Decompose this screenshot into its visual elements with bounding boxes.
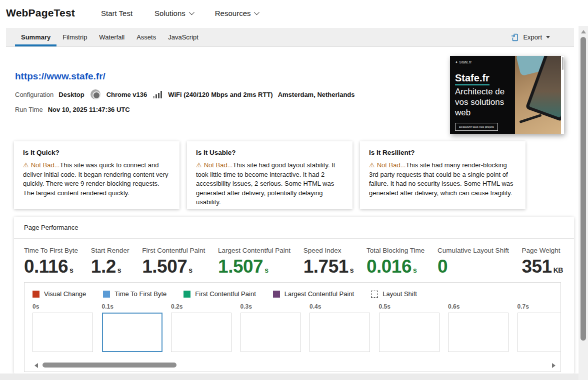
frame-0.2s[interactable]: 0.2s — [171, 303, 240, 352]
page-performance-panel: Page Performance Time To First Byte 0.11… — [14, 217, 574, 374]
legend-layout-shift: Layout Shift — [371, 290, 417, 298]
thumbnail-photo — [515, 56, 561, 134]
metric-value: 1.507s — [142, 257, 205, 276]
tab-summary[interactable]: Summary — [15, 28, 56, 46]
signal-bars-icon — [153, 91, 162, 98]
warning-icon: ⚠ — [196, 161, 202, 169]
scroll-left-arrow-icon[interactable] — [34, 363, 38, 368]
nav-solutions[interactable]: Solutions — [154, 9, 193, 17]
frame-thumbnail[interactable] — [310, 313, 370, 352]
filmstrip-horizontal-scrollbar[interactable] — [30, 362, 556, 369]
tab-javascript[interactable]: JavaScript — [162, 28, 204, 46]
thumbnail-subtitle: Architecte de vos solutions web — [455, 86, 510, 118]
frame-thumbnail[interactable] — [448, 313, 508, 352]
warning-icon: ⚠ — [369, 161, 375, 169]
metric-label: Cumulative Layout Shift — [438, 247, 509, 254]
frame-0.6s[interactable]: 0.6s — [448, 303, 518, 352]
thumbnail-hero: ✦ Stafe.fr Stafe.fr Architecte de vos so… — [450, 56, 515, 134]
page-bottom-background — [0, 374, 578, 380]
metric-value: 0 — [438, 257, 509, 276]
page-vertical-scrollbar[interactable] — [578, 26, 588, 380]
frame-0s[interactable]: 0s — [32, 303, 102, 352]
filmstrip-frames: 0s 0.1s 0.2s 0.3s 0.4s — [24, 303, 560, 352]
metric-largest-contentful-paint: Largest Contentful Paint 1.507s — [218, 247, 290, 276]
metric-value: 1.2s — [91, 257, 130, 276]
thumbnail-scrollbar — [561, 56, 564, 134]
metric-label: Page Weight — [522, 247, 562, 254]
frame-thumbnail[interactable] — [171, 313, 232, 352]
visual-change-swatch-icon — [32, 291, 40, 298]
scroll-up-arrow-icon[interactable] — [581, 30, 586, 33]
frame-0.7s[interactable]: 0.7s — [518, 303, 561, 352]
nav-label: Solutions — [154, 9, 186, 17]
metric-value: 1.751s — [304, 257, 354, 276]
metrics-row: Time To First Byte 0.116s Start Render 1… — [14, 239, 574, 276]
nav-start-test[interactable]: Start Test — [101, 9, 132, 17]
metric-total-blocking-time: Total Blocking Time 0.016s — [366, 247, 424, 276]
metric-label: Time To First Byte — [24, 247, 78, 254]
frame-0.5s[interactable]: 0.5s — [379, 303, 448, 352]
chevron-down-icon — [189, 9, 194, 15]
vertical-scrollbar-thumb[interactable] — [580, 37, 586, 341]
scroll-right-arrow-icon[interactable] — [552, 363, 556, 368]
metric-unit: s — [264, 267, 268, 274]
tab-assets[interactable]: Assets — [130, 28, 162, 46]
stafe-logo: ✦ Stafe.fr — [455, 60, 510, 64]
run-time-label: Run Time — [15, 106, 43, 113]
frame-0.1s[interactable]: 0.1s — [102, 303, 172, 352]
metric-unit: KB — [554, 267, 563, 274]
run-time-row: Run Time Nov 10, 2025 11:47:36 UTC — [15, 106, 130, 113]
metric-number: 1.2 — [91, 257, 116, 276]
frame-thumbnail[interactable] — [518, 313, 561, 352]
nav-resources[interactable]: Resources — [215, 9, 258, 17]
location-value: Amsterdam, Netherlands — [278, 91, 355, 98]
scrollbar-thumb[interactable] — [42, 363, 176, 368]
metric-number: 1.751 — [304, 257, 348, 276]
metric-unit: s — [188, 267, 192, 274]
metric-first-contentful-paint: First Contentful Paint 1.507s — [142, 247, 205, 276]
tab-filmstrip[interactable]: Filmstrip — [56, 28, 93, 46]
export-button[interactable]: Export — [511, 28, 550, 46]
page: WebPageTest Start Test Solutions Resourc… — [0, 0, 588, 380]
card-title: Is It Quick? — [23, 149, 170, 156]
fcp-swatch-icon — [184, 291, 190, 298]
export-document-icon — [511, 33, 519, 41]
ttfb-swatch-icon — [103, 291, 110, 298]
export-caret-icon — [546, 36, 550, 38]
tab-label: Summary — [21, 33, 50, 41]
card-title: Is It Usable? — [196, 149, 344, 156]
metric-value: 0.116s — [24, 257, 78, 276]
frame-time: 0.4s — [310, 303, 379, 310]
tested-url-link[interactable]: https://www.stafe.fr/ — [15, 71, 106, 82]
metric-unit: s — [118, 267, 121, 274]
metric-label: Total Blocking Time — [366, 247, 424, 254]
metric-number: 0.016 — [366, 257, 412, 276]
tab-label: Filmstrip — [62, 33, 87, 41]
device-value: Desktop — [58, 91, 84, 98]
metric-unit: s — [413, 267, 416, 274]
site-screenshot-thumbnail[interactable]: ✦ Stafe.fr Stafe.fr Architecte de vos so… — [450, 56, 564, 134]
metric-cumulative-layout-shift: Cumulative Layout Shift 0 — [438, 247, 509, 276]
tab-label: Waterfall — [99, 33, 124, 41]
metric-value: 351KB — [522, 257, 562, 276]
frame-thumbnail[interactable] — [32, 313, 93, 352]
frame-0.3s[interactable]: 0.3s — [240, 303, 310, 352]
card-body: ⚠Not Bad...This site had good layout sta… — [196, 161, 344, 207]
thumbnail-cta-button: Découvrir tous nos projets — [455, 123, 498, 131]
tab-waterfall[interactable]: Waterfall — [93, 28, 130, 46]
frame-thumbnail[interactable] — [379, 313, 440, 352]
frame-thumbnail[interactable] — [102, 313, 162, 352]
legend-largest-contentful-paint: Largest Contentful Paint — [273, 290, 354, 298]
metric-label: Start Render — [91, 247, 130, 254]
frame-0.4s[interactable]: 0.4s — [310, 303, 379, 352]
frame-time: 0.3s — [240, 303, 310, 310]
nav-label: Resources — [215, 9, 251, 17]
connection-value: WiFi (240/120 Mbps and 2ms RTT) — [168, 91, 272, 98]
stafe-logo-text: Stafe.fr — [459, 60, 472, 64]
legend-label: Layout Shift — [382, 290, 417, 298]
metric-label: Speed Index — [304, 247, 354, 254]
webpagetest-logo[interactable]: WebPageTest — [6, 7, 75, 19]
frame-thumbnail[interactable] — [240, 313, 301, 352]
frame-time: 0.5s — [379, 303, 448, 310]
chevron-down-icon — [254, 9, 260, 15]
